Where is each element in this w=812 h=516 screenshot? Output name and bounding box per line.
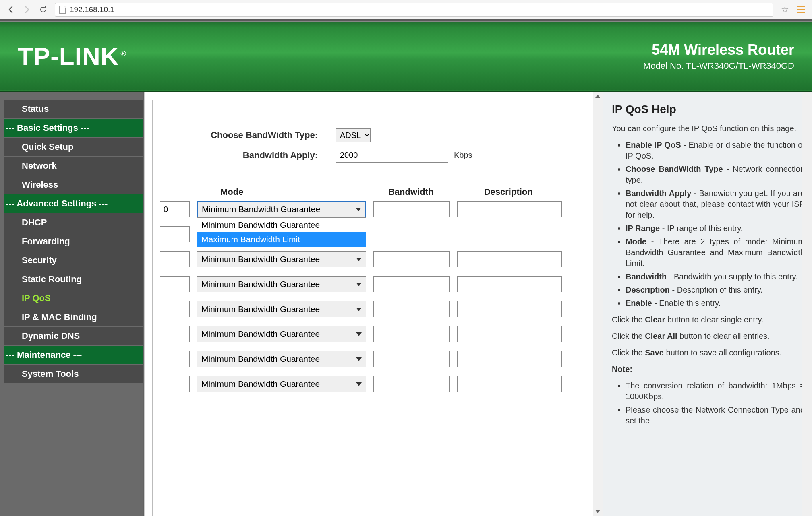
table-row: Minimum Bandwidth Guarantee [165, 376, 586, 392]
sidebar-item-dhcp[interactable]: DHCP [4, 213, 143, 232]
description-input[interactable] [457, 201, 562, 217]
chevron-down-icon [356, 382, 362, 386]
help-bullet: Choose BandWidth Type - Network connecti… [626, 164, 805, 186]
help-bullet: Bandwidth - Bandwidth you supply to this… [626, 271, 805, 282]
ip-range-end-input[interactable] [160, 276, 190, 292]
sidebar-item-network[interactable]: Network [4, 157, 143, 175]
sidebar-item-dynamic-dns[interactable]: Dynamic DNS [4, 327, 143, 346]
ip-range-end-input[interactable] [160, 201, 190, 217]
description-input[interactable] [457, 351, 562, 367]
mode-selected-text: Minimum Bandwidth Guarantee [201, 329, 320, 339]
help-note: The conversion relation of bandwidth: 1M… [626, 380, 805, 402]
description-input[interactable] [457, 326, 562, 342]
back-button[interactable] [4, 3, 18, 17]
product-info: 54M Wireless Router Model No. TL-WR340G/… [643, 41, 794, 71]
ip-range-end-input[interactable] [160, 376, 190, 392]
scroll-up-icon[interactable] [593, 92, 603, 101]
bandwidth-type-select[interactable]: ADSL [336, 128, 371, 142]
hamburger-menu-icon[interactable] [794, 3, 808, 17]
sidebar: Status--- Basic Settings ---Quick SetupN… [0, 92, 145, 516]
sidebar-item-status[interactable]: Status [4, 100, 143, 119]
mode-select[interactable]: Minimum Bandwidth Guarantee [197, 326, 366, 342]
kbps-label: Kbps [454, 151, 472, 160]
chevron-down-icon [356, 208, 361, 211]
mode-option-min[interactable]: Minimum Bandwidth Guarantee [197, 218, 366, 232]
mode-option-max[interactable]: Maximum Bandwidth Limit [197, 232, 366, 247]
ip-range-end-input[interactable] [160, 326, 190, 342]
help-bullet: Enable IP QoS - Enable or disable the fu… [626, 140, 805, 161]
reload-button[interactable] [36, 3, 50, 17]
help-note: Please choose the Network Connection Typ… [626, 405, 805, 426]
page-icon [59, 6, 66, 14]
header-banner: TP-LINK® 54M Wireless Router Model No. T… [0, 19, 812, 92]
main-layout: Status--- Basic Settings ---Quick SetupN… [0, 92, 812, 516]
mode-select[interactable]: Minimum Bandwidth Guarantee [197, 376, 366, 392]
description-input[interactable] [457, 276, 562, 292]
sidebar-item-wireless[interactable]: Wireless [4, 175, 143, 194]
sidebar-item--basic-settings-: --- Basic Settings --- [4, 119, 143, 138]
help-clearall: Click the Clear All button to clear all … [612, 331, 805, 342]
sidebar-item-ip-mac-binding[interactable]: IP & MAC Binding [4, 308, 143, 327]
table-row: Minimum Bandwidth Guarantee [165, 276, 586, 292]
help-intro: You can configure the IP QoS function on… [612, 123, 805, 134]
url-bar[interactable]: 192.168.10.1 [55, 3, 773, 17]
bandwidth-input[interactable] [373, 276, 450, 292]
chevron-down-icon [356, 308, 362, 311]
help-bullet: Mode - There are 2 types of mode: Minimu… [626, 236, 805, 269]
help-panel: IP QoS Help You can configure the IP QoS… [603, 92, 812, 516]
sidebar-item--advanced-settings-: --- Advanced Settings --- [4, 194, 143, 213]
mode-selected-text: Minimum Bandwidth Guarantee [201, 254, 320, 264]
bookmark-icon[interactable]: ☆ [778, 3, 792, 17]
sidebar-item-security[interactable]: Security [4, 251, 143, 270]
ip-range-end-input[interactable] [160, 251, 190, 267]
browser-toolbar: 192.168.10.1 ☆ [0, 0, 812, 19]
ip-range-end-input[interactable] [160, 351, 190, 367]
product-model: Model No. TL-WR340G/TL-WR340GD [643, 61, 794, 71]
main-content: Choose BandWidth Type: ADSL Bandwidth Ap… [145, 92, 603, 516]
bandwidth-input[interactable] [373, 376, 450, 392]
main-scrollbar[interactable] [593, 92, 603, 516]
mode-select[interactable]: Minimum Bandwidth Guarantee [197, 276, 366, 292]
mode-select[interactable]: Minimum Bandwidth Guarantee [197, 251, 366, 267]
header-description: Description [484, 187, 586, 197]
bandwidth-input[interactable] [373, 326, 450, 342]
mode-selected-text: Minimum Bandwidth Guarantee [201, 304, 320, 314]
bandwidth-apply-input[interactable] [336, 148, 448, 163]
help-title: IP QoS Help [612, 103, 805, 116]
brand-text: TP-LINK [18, 42, 119, 70]
table-row: Minimum Bandwidth Guarantee [165, 326, 586, 342]
help-clear: Click the Clear button to clear single e… [612, 314, 805, 325]
scroll-down-icon[interactable] [593, 507, 603, 516]
ip-range-end-input[interactable] [160, 226, 190, 242]
sidebar-item--maintenance-: --- Maintenance --- [4, 346, 143, 365]
help-bullet: Description - Description of this entry. [626, 285, 805, 295]
forward-button[interactable] [20, 3, 34, 17]
description-input[interactable] [457, 301, 562, 317]
ip-range-end-input[interactable] [160, 301, 190, 317]
bandwidth-input[interactable] [373, 301, 450, 317]
mode-select[interactable]: Minimum Bandwidth Guarantee [197, 301, 366, 317]
table-headers: Mode Bandwidth Description [165, 187, 586, 197]
bandwidth-input[interactable] [373, 251, 450, 267]
mode-selected-text: Minimum Bandwidth Guarantee [201, 379, 320, 389]
table-row: Minimum Bandwidth Guarantee [165, 351, 586, 367]
url-text: 192.168.10.1 [70, 5, 114, 14]
mode-selected-text: Minimum Bandwidth Guarantee [201, 279, 320, 289]
sidebar-item-static-routing[interactable]: Static Routing [4, 270, 143, 289]
help-save: Click the Save button to save all config… [612, 347, 805, 358]
mode-select[interactable]: Minimum Bandwidth Guarantee [197, 351, 366, 367]
description-input[interactable] [457, 376, 562, 392]
sidebar-item-quick-setup[interactable]: Quick Setup [4, 138, 143, 157]
sidebar-item-system-tools[interactable]: System Tools [4, 365, 143, 384]
chevron-down-icon [356, 357, 362, 361]
registered-mark: ® [121, 50, 126, 58]
bandwidth-input[interactable] [373, 201, 450, 217]
bandwidth-input[interactable] [373, 351, 450, 367]
description-input[interactable] [457, 251, 562, 267]
mode-select[interactable]: Minimum Bandwidth GuaranteeMinimum Bandw… [197, 201, 366, 217]
brand-logo: TP-LINK® [18, 42, 126, 70]
sidebar-item-forwarding[interactable]: Forwarding [4, 232, 143, 251]
sidebar-item-ip-qos[interactable]: IP QoS [4, 289, 143, 308]
table-row: Minimum Bandwidth Guarantee [165, 301, 586, 317]
chevron-down-icon [356, 258, 362, 261]
